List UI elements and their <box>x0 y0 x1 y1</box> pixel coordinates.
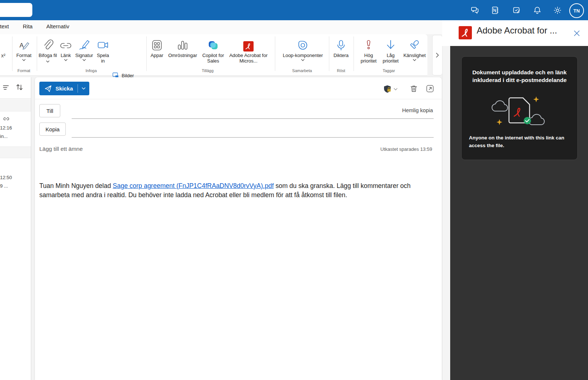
to-button[interactable]: Till <box>39 104 60 117</box>
acrobat-panel-body: Dokument uppladdade och en länk inkluder… <box>450 46 588 380</box>
body-text-before: Tuan Minh Nguyen delad <box>39 182 113 189</box>
send-plane-icon <box>39 85 55 92</box>
ribbon-button-bifoga-fil[interactable]: Bifoga fil <box>38 37 57 64</box>
cloud-icon <box>529 114 545 125</box>
ribbon-button-format[interactable]: A Format <box>13 37 35 61</box>
cc-field-underline <box>72 137 434 138</box>
list-item-time[interactable]: 12:16 <box>0 125 12 131</box>
list-item-preview[interactable]: in... <box>0 134 8 139</box>
list-item-time[interactable]: 12:50 <box>0 175 12 180</box>
group-label-format: Format <box>13 68 35 73</box>
ribbon-overflow-button[interactable] <box>432 35 442 75</box>
high-priority-icon <box>358 37 379 53</box>
copilot-icon <box>199 37 227 53</box>
message-list-rail: 12:16 in... 12:50 9 ... <box>0 77 31 380</box>
discard-trash-icon[interactable] <box>409 84 419 93</box>
ribbon-button-loop[interactable]: Loop-komponenter <box>282 37 323 61</box>
chevron-down-icon <box>282 59 323 61</box>
chevron-down-icon <box>58 59 74 61</box>
cc-button[interactable]: Kopia <box>39 122 66 136</box>
group-label-infoga: Infoga <box>73 68 110 73</box>
toolbar-divider <box>35 99 442 99</box>
settings-gear-icon[interactable] <box>553 6 562 15</box>
link-access-caption: Anyone on the internet with this link ca… <box>469 134 570 149</box>
onenote-icon[interactable] <box>491 6 500 15</box>
send-options-chevron[interactable] <box>78 87 89 90</box>
open-in-new-window-icon[interactable] <box>426 84 434 93</box>
group-label-samarbeta: Samarbeta <box>284 68 320 73</box>
loop-icon <box>282 37 323 53</box>
tab-rita[interactable]: Rita <box>23 23 33 29</box>
upload-status-title: Dokument uppladdade och en länk inkluder… <box>467 68 572 84</box>
avatar-initials: TN <box>573 8 580 14</box>
upload-illustration <box>482 93 557 128</box>
poll-bars-icon <box>166 37 199 53</box>
ribbon-button-adobe-acrobat[interactable]: Adobe Acrobat for Micros... <box>227 37 270 64</box>
link-icon <box>58 37 74 53</box>
chevron-down-icon <box>403 59 426 61</box>
acrobat-panel-title: Adobe Acrobat for ... <box>477 25 557 36</box>
compose-panel: Skicka Til <box>35 77 442 380</box>
chevron-down-icon <box>74 59 95 61</box>
ribbon-button-signatur[interactable]: Signatur <box>74 37 95 61</box>
acrobat-logo-icon <box>459 26 472 39</box>
ribbon-button-diktera[interactable]: Diktera <box>331 37 351 58</box>
ribbon-button-lag-prioritet[interactable]: Låg prioritet <box>380 37 401 64</box>
sparkle-icon <box>496 119 502 125</box>
account-avatar[interactable]: TN <box>569 3 584 18</box>
sparkle-icon <box>533 96 539 102</box>
bcc-toggle[interactable]: Hemlig kopia <box>402 107 433 113</box>
list-section-band <box>0 98 31 111</box>
top-app-bar: TN <box>0 0 588 20</box>
to-input[interactable] <box>72 107 434 118</box>
chevron-right-icon <box>436 53 439 58</box>
ribbon-button-copilot-sales[interactable]: Copilot for Sales <box>199 37 227 64</box>
group-separator <box>275 36 275 71</box>
shared-file-link[interactable]: Sage corp agreement (FnJP1C4fRAaDNV8d0rv… <box>113 182 274 189</box>
ribbon-button-omrostningar[interactable]: Omröstningar <box>166 37 199 58</box>
list-item-preview[interactable]: 9 ... <box>0 183 8 189</box>
group-separator <box>146 36 147 71</box>
group-label-tillagg: Tillägg <box>189 68 226 73</box>
ribbon-tab-row: text Rita Alternativ <box>0 20 442 34</box>
upload-status-card: Dokument uppladdade och en länk inkluder… <box>461 56 578 160</box>
apps-grid-icon <box>148 37 166 53</box>
group-label-taggar: Taggar <box>370 68 407 73</box>
attachment-link-icon <box>3 116 10 121</box>
search-box-remnant[interactable] <box>0 3 32 17</box>
sort-icon[interactable] <box>15 83 24 91</box>
success-check-icon <box>524 117 531 124</box>
superscript-button[interactable]: x² <box>1 53 6 58</box>
low-priority-arrow-icon <box>380 37 401 53</box>
ribbon-button-kanslighet[interactable]: Känslighet <box>403 37 426 61</box>
group-label-rost: Röst <box>323 68 359 73</box>
ribbon-button-spela-in[interactable]: Spela in <box>95 37 111 64</box>
group-separator <box>329 36 329 71</box>
cc-input[interactable] <box>72 125 434 136</box>
message-body[interactable]: Tuan Minh Nguyen delad Sage corp agreeme… <box>39 181 429 199</box>
ribbon-button-appar[interactable]: Appar <box>148 37 166 58</box>
encrypt-control[interactable] <box>383 85 398 93</box>
close-icon[interactable] <box>574 30 580 36</box>
send-button[interactable]: Skicka <box>39 82 89 95</box>
shield-lock-icon <box>383 85 391 93</box>
chevron-down-icon <box>394 88 398 90</box>
filter-icon[interactable] <box>3 85 10 90</box>
format-pen-icon: A <box>13 37 35 53</box>
chat-icon[interactable] <box>470 6 479 15</box>
chevron-down-icon <box>13 59 35 61</box>
to-field-underline <box>72 118 434 119</box>
acrobat-glyph-icon <box>514 108 520 116</box>
ribbon-button-lank[interactable]: Länk <box>58 37 74 61</box>
subject-input[interactable]: Lägg till ett ämne <box>39 146 83 152</box>
ribbon-button-hog-prioritet[interactable]: Hög prioritet <box>358 37 379 64</box>
paperclip-icon <box>38 37 57 53</box>
tab-formatera-text[interactable]: text <box>0 23 9 29</box>
group-separator <box>37 36 37 71</box>
notifications-bell-icon[interactable] <box>533 6 542 15</box>
cloud-icon <box>492 101 508 111</box>
tab-alternativ[interactable]: Alternativ <box>46 23 69 29</box>
group-separator <box>12 36 12 71</box>
todo-icon[interactable] <box>512 6 521 15</box>
acrobat-red-icon <box>227 37 270 53</box>
